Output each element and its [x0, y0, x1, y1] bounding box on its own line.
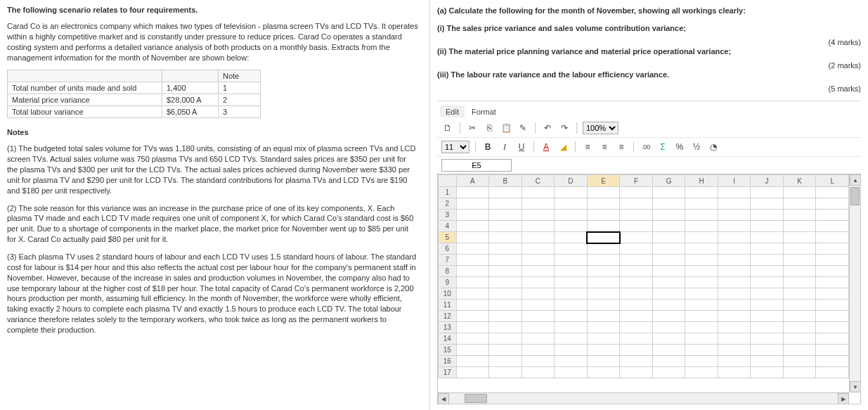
row-header-14[interactable]: 14 [439, 333, 457, 345]
cell-K5[interactable] [783, 232, 816, 243]
cell-J13[interactable] [751, 322, 783, 333]
cell-K2[interactable] [783, 198, 816, 210]
cell-H6[interactable] [685, 243, 718, 255]
cell-E11[interactable] [587, 300, 620, 311]
horizontal-scrollbar[interactable]: ◀ ▶ [438, 392, 849, 404]
cell-H15[interactable] [685, 345, 718, 356]
spreadsheet[interactable]: ABCDEFGHIJKL1234567891011121314151617 ▲ … [437, 174, 861, 404]
cell-C2[interactable] [522, 198, 555, 210]
cell-J11[interactable] [751, 300, 783, 311]
cell-F14[interactable] [620, 333, 653, 345]
cell-G9[interactable] [652, 277, 685, 288]
row-header-4[interactable]: 4 [439, 221, 457, 232]
cell-L16[interactable] [816, 356, 849, 367]
tab-edit[interactable]: Edit [440, 105, 465, 117]
cell-F9[interactable] [620, 277, 653, 288]
cell-C17[interactable] [522, 367, 555, 378]
cell-D7[interactable] [555, 255, 588, 266]
cell-I2[interactable] [718, 198, 750, 210]
cell-L8[interactable] [816, 266, 849, 277]
cell-I7[interactable] [718, 255, 750, 266]
cell-H10[interactable] [685, 288, 718, 300]
cell-G17[interactable] [652, 367, 685, 378]
cell-L4[interactable] [816, 221, 849, 232]
cell-E16[interactable] [587, 356, 620, 367]
row-header-8[interactable]: 8 [439, 266, 457, 277]
cell-D1[interactable] [555, 187, 588, 198]
paste-icon[interactable]: 📋 [500, 122, 512, 134]
cell-L11[interactable] [816, 300, 849, 311]
row-header-5[interactable]: 5 [439, 232, 457, 243]
cell-I6[interactable] [718, 243, 750, 255]
cell-I10[interactable] [718, 288, 750, 300]
col-header-H[interactable]: H [685, 175, 718, 187]
align-right-icon[interactable]: ≡ [615, 141, 628, 153]
decimals-icon[interactable]: .00 [640, 141, 652, 153]
cell-A2[interactable] [456, 198, 489, 210]
copy-icon[interactable]: ⎘ [483, 122, 495, 134]
cell-B17[interactable] [489, 367, 522, 378]
cell-B8[interactable] [489, 266, 522, 277]
col-header-K[interactable]: K [783, 175, 816, 187]
cell-L14[interactable] [816, 333, 849, 345]
cell-E6[interactable] [587, 243, 620, 255]
cell-J1[interactable] [751, 187, 783, 198]
cell-C10[interactable] [522, 288, 555, 300]
cell-C12[interactable] [522, 311, 555, 322]
cell-J5[interactable] [751, 232, 783, 243]
cell-I4[interactable] [718, 221, 750, 232]
cell-H9[interactable] [685, 277, 718, 288]
scroll-down-icon[interactable]: ▼ [850, 381, 861, 392]
scroll-up-icon[interactable]: ▲ [850, 174, 861, 186]
cell-K15[interactable] [783, 345, 816, 356]
scroll-left-icon[interactable]: ◀ [438, 393, 449, 404]
cell-F1[interactable] [620, 187, 653, 198]
cell-I11[interactable] [718, 300, 750, 311]
cell-H13[interactable] [685, 322, 718, 333]
cell-H8[interactable] [685, 266, 718, 277]
cell-C1[interactable] [522, 187, 555, 198]
cell-A7[interactable] [456, 255, 489, 266]
row-header-7[interactable]: 7 [439, 255, 457, 266]
cell-B15[interactable] [489, 345, 522, 356]
cell-B7[interactable] [489, 255, 522, 266]
vertical-scrollbar[interactable]: ▲ ▼ [849, 174, 860, 392]
cell-B4[interactable] [489, 221, 522, 232]
cell-G4[interactable] [652, 221, 685, 232]
cell-C14[interactable] [522, 333, 555, 345]
cell-G14[interactable] [652, 333, 685, 345]
format-painter-icon[interactable]: ✎ [517, 122, 529, 134]
cell-L5[interactable] [816, 232, 849, 243]
col-header-I[interactable]: I [718, 175, 750, 187]
cell-D6[interactable] [555, 243, 588, 255]
cell-H1[interactable] [685, 187, 718, 198]
cell-C3[interactable] [522, 210, 555, 221]
cell-L10[interactable] [816, 288, 849, 300]
cell-F13[interactable] [620, 322, 653, 333]
cell-G10[interactable] [652, 288, 685, 300]
row-header-13[interactable]: 13 [439, 322, 457, 333]
cell-B6[interactable] [489, 243, 522, 255]
cell-D5[interactable] [555, 232, 588, 243]
cell-L12[interactable] [816, 311, 849, 322]
cell-A16[interactable] [456, 356, 489, 367]
select-all-corner[interactable] [439, 175, 457, 187]
cell-C8[interactable] [522, 266, 555, 277]
cell-K8[interactable] [783, 266, 816, 277]
cell-F8[interactable] [620, 266, 653, 277]
cell-K17[interactable] [783, 367, 816, 378]
cell-E12[interactable] [587, 311, 620, 322]
cell-L7[interactable] [816, 255, 849, 266]
cell-F3[interactable] [620, 210, 653, 221]
cell-G7[interactable] [652, 255, 685, 266]
cell-E3[interactable] [587, 210, 620, 221]
cell-G15[interactable] [652, 345, 685, 356]
cell-E9[interactable] [587, 277, 620, 288]
italic-icon[interactable]: I [498, 141, 511, 153]
cell-K13[interactable] [783, 322, 816, 333]
new-doc-icon[interactable]: 🗋 [441, 122, 454, 134]
cell-K4[interactable] [783, 221, 816, 232]
cell-B12[interactable] [489, 311, 522, 322]
cell-D8[interactable] [555, 266, 588, 277]
cell-I5[interactable] [718, 232, 750, 243]
